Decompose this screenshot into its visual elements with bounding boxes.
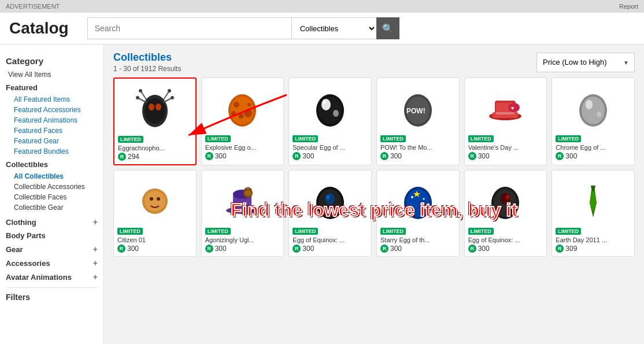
collectible-gear-link[interactable]: Collectible Gear <box>6 202 98 213</box>
accessories-section-header[interactable]: Accessories + <box>6 258 98 268</box>
item-card[interactable]: POW! LIMITED POW! To the Mo... R 300 <box>376 77 460 165</box>
svg-point-36 <box>586 100 593 109</box>
clothing-section-header[interactable]: Clothing + <box>6 217 98 227</box>
item-name: Earth Day 2011 ... <box>556 236 631 243</box>
svg-point-21 <box>321 99 331 110</box>
robux-icon: R <box>468 152 476 160</box>
svg-point-37 <box>597 112 601 117</box>
svg-point-9 <box>171 96 174 99</box>
limited-badge: LIMITED <box>117 228 143 235</box>
sort-select[interactable]: Price (Low to High) Price (High to Low) … <box>536 53 635 72</box>
item-image <box>205 82 280 134</box>
content-count: 1 - 30 of 1912 Results <box>113 65 181 73</box>
all-featured-items-link[interactable]: All Featured Items <box>6 94 98 105</box>
gear-label: Gear <box>6 245 23 254</box>
accessories-plus-icon: + <box>93 258 98 268</box>
price-value: 300 <box>302 245 314 253</box>
item-card[interactable]: ♥ LIMITED Valentine's Day ... R 300 <box>464 77 547 165</box>
featured-gear-link[interactable]: Featured Gear <box>6 136 98 146</box>
svg-point-57 <box>408 206 410 208</box>
robux-icon: R <box>293 152 301 160</box>
item-card[interactable]: LIMITED Agonizingly Ugl... R 300 <box>201 170 284 257</box>
collectible-accessories-link[interactable]: Collectible Accessories <box>6 182 98 192</box>
limited-badge: LIMITED <box>468 135 494 142</box>
item-image <box>380 174 456 226</box>
filters-section: Filters <box>6 287 98 302</box>
item-name: Starry Egg of th... <box>380 236 456 243</box>
item-image <box>205 174 280 226</box>
sort-select-container: Price (Low to High) Price (High to Low) … <box>536 53 635 72</box>
price-value: 300 <box>565 152 577 160</box>
svg-point-56 <box>425 205 427 207</box>
price-value: 309 <box>565 245 577 253</box>
robux-icon: R <box>380 152 388 160</box>
item-card[interactable]: LIMITED Earth Day 2011 ... R 309 <box>552 170 635 257</box>
collectibles-section-header: Collectibles <box>6 160 98 169</box>
search-icon: 🔍 <box>382 23 394 34</box>
body-parts-label: Body Parts <box>6 231 46 240</box>
search-button[interactable]: 🔍 <box>376 17 399 39</box>
item-name: Chrome Egg of ... <box>556 144 631 151</box>
body-parts-section-header[interactable]: Body Parts <box>6 231 98 240</box>
item-card[interactable]: LIMITED Citizen 01 R 300 <box>113 170 197 257</box>
item-image: ♥ <box>468 82 543 134</box>
report-link[interactable]: Report <box>619 3 638 10</box>
category-select[interactable]: Collectibles All Categories Clothing Bod… <box>291 17 376 39</box>
svg-text:POW!: POW! <box>406 107 425 115</box>
item-name: Citizen 01 <box>117 236 193 243</box>
limited-badge: LIMITED <box>293 135 318 142</box>
clothing-label: Clothing <box>6 218 36 227</box>
svg-point-35 <box>582 97 605 124</box>
content-title: Collectibles <box>113 51 181 64</box>
item-card[interactable]: LIMITED Chrome Egg of ... R 300 <box>552 77 635 165</box>
svg-point-41 <box>157 197 160 201</box>
svg-point-1 <box>145 98 165 124</box>
item-name: Egg of Equinox: ... <box>293 236 368 243</box>
featured-accessories-link[interactable]: Featured Accessories <box>6 105 98 115</box>
view-all-items-link[interactable]: View All Items <box>6 69 98 80</box>
avatar-animations-section-header[interactable]: Avatar Animations + <box>6 272 98 282</box>
item-price: R 300 <box>293 245 368 253</box>
item-image <box>117 174 193 226</box>
gear-section-header[interactable]: Gear + <box>6 245 98 254</box>
featured-animations-link[interactable]: Featured Animations <box>6 115 98 125</box>
item-card[interactable]: LIMITED Starry Egg of th... R 300 <box>376 170 460 257</box>
svg-point-39 <box>145 191 165 212</box>
price-value: 294 <box>128 153 139 161</box>
item-card[interactable]: LIMITED Eggrachnopho... R 294 <box>113 77 197 165</box>
svg-point-7 <box>136 96 139 99</box>
svg-point-11 <box>156 103 161 110</box>
all-collectibles-link[interactable]: All Collectibles <box>6 171 98 182</box>
item-card[interactable]: LIMITED Egg of Equinox: ... R 300 <box>288 170 372 257</box>
item-card[interactable]: LIMITED Egg of Equinox: ... R 300 <box>464 170 547 257</box>
item-price: R 309 <box>556 245 631 253</box>
item-price: R 300 <box>205 152 280 160</box>
content-header-left: Collectibles 1 - 30 of 1912 Results <box>113 51 181 73</box>
search-input[interactable] <box>87 17 291 39</box>
content-header: Collectibles 1 - 30 of 1912 Results Pric… <box>113 51 635 73</box>
limited-badge: LIMITED <box>380 228 406 235</box>
item-card[interactable]: LIMITED Explosive Egg o... R 300 <box>201 77 284 165</box>
svg-point-54 <box>423 198 424 200</box>
svg-point-10 <box>149 103 154 110</box>
clothing-plus-icon: + <box>93 217 98 227</box>
svg-marker-65 <box>590 191 597 212</box>
item-image: POW! <box>380 82 456 134</box>
svg-point-4 <box>139 89 142 93</box>
item-price: R 300 <box>380 245 456 253</box>
item-price: R 300 <box>468 152 543 160</box>
limited-badge: LIMITED <box>380 135 406 142</box>
item-card[interactable]: LIMITED Specular Egg of ... R 300 <box>288 77 372 165</box>
price-value: 300 <box>390 245 402 253</box>
featured-faces-link[interactable]: Featured Faces <box>6 125 98 136</box>
item-image <box>556 174 631 226</box>
svg-point-40 <box>150 197 153 201</box>
item-price: R 300 <box>468 245 543 253</box>
item-price: R 300 <box>380 152 456 160</box>
item-name: Specular Egg of ... <box>293 144 368 151</box>
robux-icon: R <box>556 152 564 160</box>
featured-bundles-link[interactable]: Featured Bundles <box>6 146 98 157</box>
robux-icon: R <box>380 245 388 253</box>
collectible-faces-link[interactable]: Collectible Faces <box>6 192 98 202</box>
sidebar: Category View All Items Featured All Fea… <box>0 45 104 344</box>
